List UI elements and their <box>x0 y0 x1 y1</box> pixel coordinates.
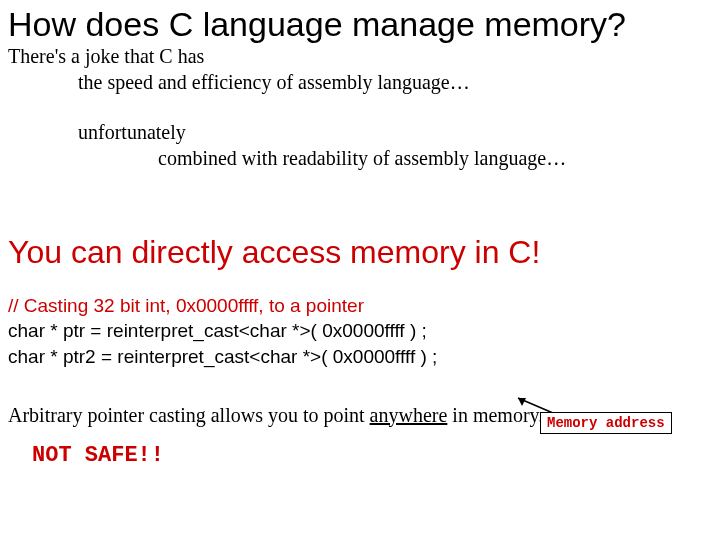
footer-post: in memory. <box>447 404 543 426</box>
memory-address-callout: Memory address <box>540 412 672 434</box>
joke-line-3: unfortunately <box>78 119 712 145</box>
code-comment: // Casting 32 bit int, 0x0000ffff, to a … <box>8 293 712 319</box>
joke-line-2: the speed and efficiency of assembly lan… <box>78 69 712 95</box>
joke-line-4: combined with readability of assembly la… <box>158 145 712 171</box>
not-safe-warning: NOT SAFE!! <box>24 443 720 468</box>
code-block: // Casting 32 bit int, 0x0000ffff, to a … <box>0 293 720 370</box>
footer-pre: Arbitrary pointer casting allows you to … <box>8 404 370 426</box>
joke-line-1: There's a joke that C has <box>8 43 712 69</box>
slide-title: How does C language manage memory? <box>0 0 720 43</box>
joke-block: There's a joke that C has the speed and … <box>0 43 720 171</box>
footer-anywhere: anywhere <box>370 404 448 426</box>
code-line-2: char * ptr2 = reinterpret_cast<char *>( … <box>8 344 712 370</box>
headline: You can directly access memory in C! <box>0 235 720 270</box>
code-line-1: char * ptr = reinterpret_cast<char *>( 0… <box>8 318 712 344</box>
